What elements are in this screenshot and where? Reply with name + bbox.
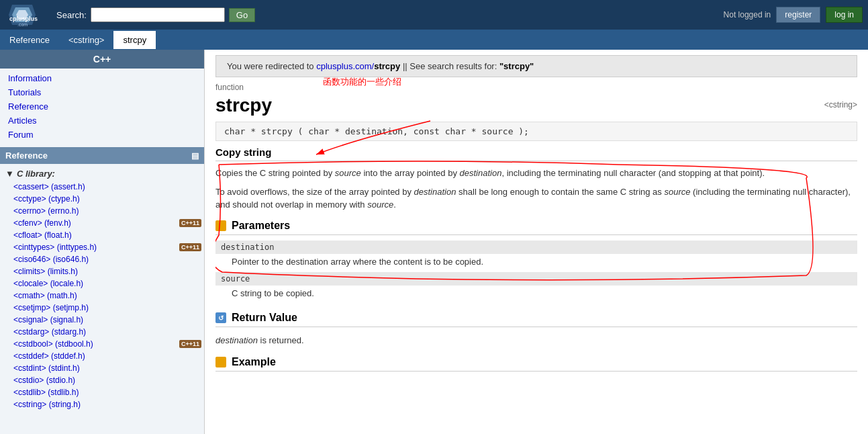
content-area: You were redirected to cplusplus.com/str… <box>205 50 868 434</box>
param-source-desc: C string to be copied. <box>215 286 857 304</box>
sidebar-item-forum[interactable]: Forum <box>0 128 204 142</box>
lib-cctype[interactable]: <cctype> (ctype.h) <box>0 193 204 205</box>
svg-text:cplusplus: cplusplus <box>9 15 38 22</box>
lib-cassert[interactable]: <cassert> (assert.h) <box>0 181 204 193</box>
param-destination-name: destination <box>215 241 857 254</box>
reference-header-label: Reference <box>5 150 48 161</box>
func-desc-1: Copies the C string pointed by source in… <box>215 167 857 180</box>
content-wrapper: Copy string Copies the C string pointed … <box>215 141 857 372</box>
lib-cstdbool-row: <cstdbool> (stdbool.h) C++11 <box>0 338 204 350</box>
search-input[interactable] <box>91 7 225 22</box>
lib-cstring[interactable]: <cstring> (string.h) <box>0 398 204 410</box>
nav-bar: Reference <cstring> strcpy <box>0 30 868 50</box>
params-icon <box>215 220 226 231</box>
nav-reference[interactable]: Reference <box>0 31 59 49</box>
login-button[interactable]: log in <box>826 7 863 23</box>
lib-csignal[interactable]: <csignal> (signal.h) <box>0 314 204 326</box>
lib-cfenv-row: <cfenv> (fenv.h) C++11 <box>0 217 204 229</box>
lib-cmath[interactable]: <cmath> (math.h) <box>0 290 204 302</box>
logo-area: cplusplus .com <box>5 2 43 28</box>
search-area: Search: Go <box>56 7 724 22</box>
search-label: Search: <box>56 10 87 20</box>
return-destination: destination <box>215 335 258 345</box>
param-source-name: source <box>215 272 857 286</box>
func-content: function strcpy 函数功能的一些介绍 <cstring> char… <box>205 83 868 388</box>
return-icon: ↺ <box>215 312 226 323</box>
return-desc: destination is returned. <box>215 333 857 348</box>
lib-clocale[interactable]: <clocale> (locale.h) <box>0 277 204 290</box>
sidebar-item-articles[interactable]: Articles <box>0 114 204 128</box>
example-title: Example <box>232 356 276 368</box>
nav-cstring[interactable]: <cstring> <box>59 31 113 49</box>
example-section-header: Example <box>215 356 857 372</box>
reference-header-bar: Reference ▤ <box>0 147 204 164</box>
register-button[interactable]: register <box>776 7 820 23</box>
lib-cstddef[interactable]: <cstddef> (stddef.h) <box>0 350 204 362</box>
lib-cstdio[interactable]: <cstdio> (stdio.h) <box>0 374 204 386</box>
redirect-bar: You were redirected to cplusplus.com/str… <box>215 55 857 77</box>
nav-strcpy[interactable]: strcpy <box>113 31 156 49</box>
svg-text:↺: ↺ <box>218 314 224 322</box>
lib-csetjmp[interactable]: <csetjmp> (setjmp.h) <box>0 302 204 314</box>
func-desc-2: To avoid overflows, the size of the arra… <box>215 185 857 212</box>
logo-icon: cplusplus .com <box>5 2 39 28</box>
return-section-header: ↺ Return Value <box>215 312 857 327</box>
svg-text:.com: .com <box>17 22 28 27</box>
redirect-term: "strcpy" <box>499 61 534 71</box>
sidebar-item-information[interactable]: Information <box>0 71 204 85</box>
param-destination: destination Pointer to the destination a… <box>215 241 857 272</box>
c-library-label: C library: <box>17 169 55 179</box>
lib-cstdlib[interactable]: <cstdlib> (stdlib.h) <box>0 386 204 398</box>
c-library-header: ▼ C library: <box>0 167 204 181</box>
sidebar-nav: Information Tutorials Reference Articles… <box>0 69 204 144</box>
reference-section: Reference ▤ ▼ C library: <cassert> (asse… <box>0 147 204 413</box>
lib-ciso646[interactable]: <ciso646> (iso646.h) <box>0 253 204 265</box>
lib-cfenv[interactable]: <cfenv> (fenv.h) <box>13 218 71 228</box>
func-title-wrapper: strcpy 函数功能的一些介绍 <box>215 95 272 116</box>
lib-cstdarg[interactable]: <cstdarg> (stdarg.h) <box>0 326 204 338</box>
collapse-icon[interactable]: ▼ <box>5 169 14 179</box>
sidebar: C++ Information Tutorials Reference Arti… <box>0 50 205 434</box>
params-title: Parameters <box>232 220 290 232</box>
cplusplus-badge-3: C++11 <box>179 340 201 348</box>
lib-cfloat[interactable]: <cfloat> (float.h) <box>0 229 204 241</box>
redirect-link[interactable]: cplusplus.com/strcpy <box>316 61 400 71</box>
param-destination-desc: Pointer to the destination array where t… <box>215 254 857 272</box>
lib-cstdbool[interactable]: <cstdbool> (stdbool.h) <box>13 339 93 349</box>
redirect-text: You were redirected to <box>227 61 314 71</box>
func-signature: char * strcpy ( char * destination, cons… <box>215 122 857 141</box>
func-name: strcpy <box>215 95 272 116</box>
example-section: Example <box>215 356 857 372</box>
example-icon <box>215 357 226 367</box>
func-lib: <cstring> <box>824 100 857 110</box>
param-source: source C string to be copied. <box>215 272 857 304</box>
func-title-row: strcpy 函数功能的一些介绍 <cstring> <box>215 95 857 116</box>
c-library-section: ▼ C library: <cassert> (assert.h) <cctyp… <box>0 164 204 413</box>
auth-area: Not logged in register log in <box>724 7 863 23</box>
go-button[interactable]: Go <box>229 8 255 22</box>
return-title: Return Value <box>232 312 297 324</box>
cpp-header: C++ <box>0 50 204 69</box>
func-subtitle: Copy string <box>215 141 857 161</box>
lib-cinttypes-row: <cinttypes> (inttypes.h) C++11 <box>0 241 204 253</box>
params-section-header: Parameters <box>215 220 857 235</box>
main-layout: C++ Information Tutorials Reference Arti… <box>0 50 868 434</box>
redirect-sep: || <box>403 61 409 71</box>
expand-icon[interactable]: ▤ <box>191 151 199 161</box>
func-type: function <box>215 83 857 92</box>
lib-cstdint[interactable]: <cstdint> (stdint.h) <box>0 362 204 374</box>
lib-climits[interactable]: <climits> (limits.h) <box>0 265 204 277</box>
svg-point-9 <box>216 357 226 367</box>
cplusplus-badge: C++11 <box>179 219 201 227</box>
lib-cinttypes[interactable]: <cinttypes> (inttypes.h) <box>13 243 97 252</box>
return-section: ↺ Return Value destination is returned. <box>215 312 857 348</box>
top-bar: cplusplus .com Search: Go Not logged in … <box>0 0 868 30</box>
signature-text: char * strcpy ( char * destination, cons… <box>224 126 529 136</box>
cplusplus-badge-2: C++11 <box>179 243 201 251</box>
redirect-search: See search results for: <box>409 61 497 71</box>
sidebar-item-reference[interactable]: Reference <box>0 99 204 114</box>
lib-cerrno[interactable]: <cerrno> (errno.h) <box>0 205 204 217</box>
not-logged-in-label: Not logged in <box>724 10 771 19</box>
sidebar-item-tutorials[interactable]: Tutorials <box>0 85 204 99</box>
